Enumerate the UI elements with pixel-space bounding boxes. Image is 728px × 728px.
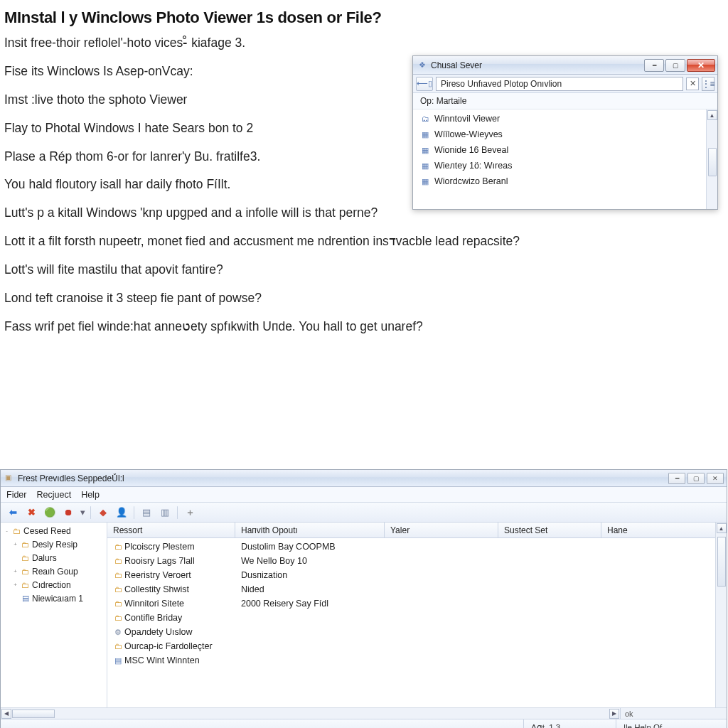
table-row[interactable]: 🗀Collestity ShwistNided: [107, 582, 727, 596]
explorer-titlebar[interactable]: ▣ Frest Prevıdles SeppedeǓl:l ━ ▢ ✕: [1, 470, 727, 487]
separator: [90, 506, 91, 519]
status-bar: Aɑt..1.3 |le Heln Of ...: [1, 719, 727, 728]
scroll-left-icon[interactable]: ◀: [1, 709, 11, 719]
tree-item[interactable]: +🗀Cıdrection: [4, 578, 107, 592]
para: Fass wrif pet fiel winde:hat anneטety sp…: [4, 319, 715, 335]
tag-icon[interactable]: ◆: [95, 505, 111, 520]
list-item[interactable]: ▦Wíīlowe‑Wieyves: [420, 127, 717, 142]
table-row[interactable]: 🗀Rooisry Lags 7lallWe Nello Boy 10: [107, 554, 727, 568]
row-icon: 🗀: [113, 571, 123, 579]
row-icon: ⚙: [113, 628, 123, 637]
back-button[interactable]: ⟵▯: [416, 77, 433, 91]
scroll-right-icon[interactable]: ▶: [609, 709, 619, 719]
row-icon: ▤: [113, 656, 123, 665]
column-header[interactable]: Sustect Set: [498, 523, 601, 537]
menu-item[interactable]: Recjuect: [36, 490, 71, 500]
maximize-button[interactable]: ▢: [687, 473, 705, 484]
dialog-titlebar[interactable]: ❖ Chusal Sever ━ ▢ ✕: [413, 56, 717, 75]
list-item[interactable]: ▦Wieлtey 1ö: Wıreas: [420, 158, 717, 173]
record-icon[interactable]: ⏺: [60, 505, 76, 520]
stop-icon[interactable]: ✖: [23, 505, 39, 520]
scroll-track[interactable]: [12, 709, 609, 719]
scroll-up-icon[interactable]: ▲: [707, 110, 717, 120]
folder-icon: 🗀: [21, 554, 30, 562]
folder-tree: -🗀Cesed Reed +🗀Desly Resip 🗀Dalurs +🗀Rea…: [1, 523, 107, 707]
minimize-button[interactable]: ━: [644, 59, 664, 72]
list-item-label: Wiordcwizo Beranl: [434, 176, 508, 186]
table-row[interactable]: 🗀Plcoiscry PlestemDustolim Bay COOPMB: [107, 540, 727, 554]
status-cell: [5, 719, 523, 728]
caret-icon: +: [12, 541, 18, 547]
view2-icon[interactable]: ▥: [157, 505, 173, 520]
separator: [134, 506, 134, 519]
hscroll-gap: ok: [620, 708, 727, 719]
close-button[interactable]: ✕: [687, 59, 715, 72]
maximize-button[interactable]: ▢: [665, 59, 685, 72]
tree-item[interactable]: +🗀Reaıh Goup: [4, 564, 107, 578]
add-icon[interactable]: ＋: [182, 505, 198, 520]
para: Insit free‑thoir reflolel'‑hoto vices‑̊ …: [4, 36, 715, 51]
para: Lott's will fite mastilu that apovit fan…: [4, 262, 715, 278]
table-row[interactable]: ⚙Opaлdety Uıslow: [107, 625, 727, 639]
list-header: Op: Martaile: [413, 93, 717, 109]
vertical-scrollbar[interactable]: ▲: [715, 523, 727, 707]
view-icon[interactable]: ▤: [139, 505, 154, 520]
file-view: Ressort Haпvith Opoutı Yaler Sustect Set…: [107, 523, 727, 707]
row-icon: 🗀: [113, 585, 123, 594]
tree-item[interactable]: -🗀Cesed Reed: [4, 524, 107, 537]
search-toggle[interactable]: ⋮≡: [702, 77, 714, 91]
table-row[interactable]: 🗀Ourcap‑ic Fardolleçter: [107, 639, 727, 653]
scroll-thumb[interactable]: [12, 710, 55, 718]
list-item[interactable]: ▦Wionide 16 Beveal: [420, 142, 717, 158]
column-header[interactable]: Hane: [601, 523, 727, 537]
article-title: MInstal l y Winclows Photo Viewer 1s dos…: [4, 9, 715, 27]
dialog-title: Chusal Sever: [431, 60, 644, 70]
dialog-scrollbar[interactable]: ▲: [706, 109, 717, 209]
row-icon: 🗀: [113, 542, 123, 551]
table-row[interactable]: 🗀Winnitori Sitete2000 Reisery Say Fídl: [107, 596, 727, 611]
row-icon: 🗀: [113, 614, 123, 622]
caret-icon: +: [12, 568, 18, 574]
close-button[interactable]: ✕: [707, 473, 724, 484]
tree-item[interactable]: +🗀Desly Resip: [4, 537, 107, 551]
minimize-button[interactable]: ━: [668, 473, 685, 484]
folder-icon: 🗀: [21, 567, 30, 576]
tree-label: Dalurs: [32, 553, 57, 563]
list-item-label: Wionide 16 Beveal: [434, 145, 508, 155]
horizontal-scrollbar[interactable]: ◀ ▶ ok: [1, 707, 727, 719]
para: Lott it a filt forsth nupeetr, monet fie…: [4, 234, 715, 250]
explorer-title: Frest Prevıdles SeppedeǓl:l: [18, 473, 668, 483]
program-list: 🗂Winntovil Viewer ▦Wíīlowe‑Wieyves ▦Wion…: [413, 109, 717, 191]
clear-path-button[interactable]: ✕: [686, 77, 699, 90]
back-icon[interactable]: ⬅: [5, 505, 21, 520]
scroll-thumb[interactable]: [717, 537, 726, 587]
status-cell: Aɑt..1.3: [523, 719, 616, 728]
file-icon: ▤: [21, 594, 30, 603]
tree-label: Desly Resip: [32, 540, 77, 550]
scroll-thumb[interactable]: [708, 148, 717, 176]
tree-item[interactable]: ▤Niewicaıam 1: [4, 592, 107, 605]
table-row[interactable]: 🗀Reeristry VeroertDusпization: [107, 568, 727, 582]
column-header[interactable]: Haпvith Opoutı: [235, 523, 385, 537]
tree-label: Reaıh Goup: [32, 567, 78, 577]
open-with-dialog: ❖ Chusal Sever ━ ▢ ✕ ⟵▯ Pireso Unfıaved …: [412, 55, 718, 210]
dropdown-icon[interactable]: ▾: [79, 505, 86, 520]
tree-item[interactable]: 🗀Dalurs: [4, 551, 107, 564]
path-field[interactable]: Pireso Unfıaved Plotop Onıvlion: [436, 77, 683, 91]
menu-item[interactable]: Help: [81, 490, 100, 500]
column-header[interactable]: Ressort: [107, 523, 235, 537]
table-row[interactable]: ▤MSC Wint Winnten: [107, 653, 727, 668]
list-item[interactable]: 🗂Winntovil Viewer: [420, 111, 717, 127]
menu-item[interactable]: Fider: [6, 490, 26, 500]
window-icon: ▦: [420, 161, 430, 171]
window-icon: ▦: [420, 145, 430, 155]
explorer-window: ▣ Frest Prevıdles SeppedeǓl:l ━ ▢ ✕ Fide…: [0, 469, 727, 728]
user-icon[interactable]: 👤: [114, 505, 129, 520]
window-icon: ▦: [420, 129, 430, 139]
column-header[interactable]: Yaler: [385, 523, 498, 537]
table-row[interactable]: 🗀Contifle Briday: [107, 611, 727, 625]
list-item[interactable]: ▦Wiordcwizo Beranl: [420, 173, 717, 189]
scroll-up-icon[interactable]: ▲: [717, 523, 727, 533]
refresh-icon[interactable]: 🟢: [42, 505, 58, 520]
toolbar: ⬅ ✖ 🟢 ⏺ ▾ ◆ 👤 ▤ ▥ ＋: [1, 503, 727, 523]
